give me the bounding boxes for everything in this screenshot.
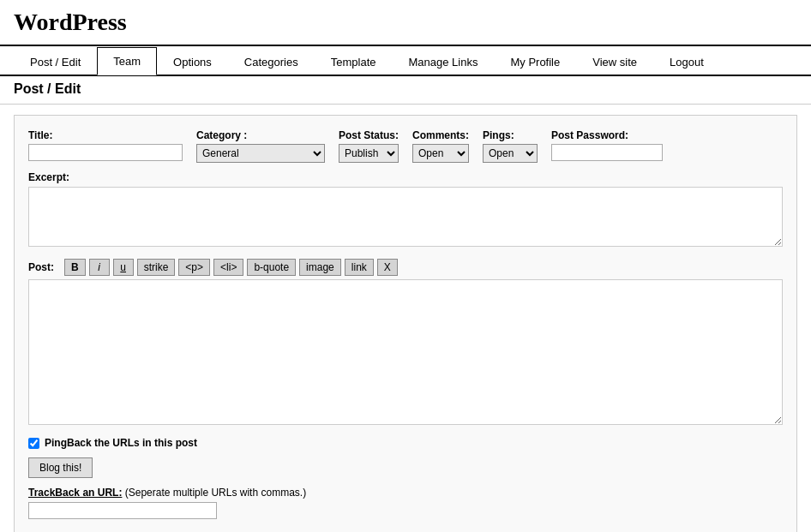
title-input[interactable] xyxy=(28,144,183,161)
category-group: Category : General Uncategorized xyxy=(196,129,325,163)
post-edit-form: Title: Category : General Uncategorized … xyxy=(14,115,797,532)
nav-manage-links[interactable]: Manage Links xyxy=(392,48,494,75)
pingback-checkbox[interactable] xyxy=(28,438,39,449)
blog-this-container: Blog this! xyxy=(28,457,783,487)
post-status-label: Post Status: xyxy=(339,129,399,141)
toolbar-strike-btn[interactable]: strike xyxy=(137,259,176,276)
nav-team[interactable]: Team xyxy=(97,47,157,75)
trackback-note: (Seperate multiple URLs with commas.) xyxy=(125,487,306,499)
post-textarea[interactable] xyxy=(28,279,783,425)
toolbar-x-btn[interactable]: X xyxy=(377,259,398,276)
post-status-group: Post Status: Publish Draft Private xyxy=(339,129,399,163)
toolbar-bold-btn[interactable]: B xyxy=(64,259,86,276)
form-row1: Title: Category : General Uncategorized … xyxy=(28,129,783,163)
trackback-row: TrackBack an URL: (Seperate multiple URL… xyxy=(28,487,783,519)
page-title: Post / Edit xyxy=(14,81,797,97)
nav-view-site[interactable]: View site xyxy=(576,48,653,75)
excerpt-textarea[interactable] xyxy=(28,187,783,247)
nav: Post / Edit Team Options Categories Temp… xyxy=(0,46,811,76)
header: WordPress xyxy=(0,0,811,46)
blog-this-button[interactable]: Blog this! xyxy=(28,457,93,478)
toolbar-bquote-btn[interactable]: b-quote xyxy=(247,259,296,276)
post-password-group: Post Password: xyxy=(551,129,663,161)
comments-group: Comments: Open Closed xyxy=(412,129,469,163)
page-title-bar: Post / Edit xyxy=(0,76,811,105)
main-content: Title: Category : General Uncategorized … xyxy=(0,105,811,532)
toolbar-p-btn[interactable]: <p> xyxy=(178,259,210,276)
pingback-row: PingBack the URLs in this post xyxy=(28,437,783,449)
toolbar-link-btn[interactable]: link xyxy=(345,259,374,276)
nav-post-edit[interactable]: Post / Edit xyxy=(14,48,97,75)
category-select[interactable]: General Uncategorized xyxy=(196,144,325,163)
post-section: Post: B i u strike <p> <li> b-quote imag… xyxy=(28,259,783,428)
post-toolbar: Post: B i u strike <p> <li> b-quote imag… xyxy=(28,259,783,276)
post-password-label: Post Password: xyxy=(551,129,663,141)
nav-options[interactable]: Options xyxy=(157,48,228,75)
trackback-label: TrackBack an URL: xyxy=(28,487,122,499)
excerpt-label: Excerpt: xyxy=(28,171,783,183)
post-label: Post: xyxy=(28,261,54,273)
pings-select[interactable]: Open Closed xyxy=(483,144,538,163)
site-title: WordPress xyxy=(14,9,797,36)
pingback-label: PingBack the URLs in this post xyxy=(45,437,197,449)
pings-label: Pings: xyxy=(483,129,538,141)
comments-label: Comments: xyxy=(412,129,469,141)
nav-template[interactable]: Template xyxy=(315,48,393,75)
title-group: Title: xyxy=(28,129,183,161)
post-status-select[interactable]: Publish Draft Private xyxy=(339,144,399,163)
nav-my-profile[interactable]: My Profile xyxy=(494,48,576,75)
post-password-input[interactable] xyxy=(551,144,663,161)
toolbar-underline-btn[interactable]: u xyxy=(113,259,134,276)
trackback-input[interactable] xyxy=(28,502,217,519)
excerpt-section: Excerpt: xyxy=(28,171,783,250)
toolbar-li-btn[interactable]: <li> xyxy=(213,259,243,276)
comments-select[interactable]: Open Closed xyxy=(412,144,469,163)
pings-group: Pings: Open Closed xyxy=(483,129,538,163)
category-label: Category : xyxy=(196,129,325,141)
toolbar-image-btn[interactable]: image xyxy=(299,259,341,276)
title-label: Title: xyxy=(28,129,183,141)
toolbar-italic-btn[interactable]: i xyxy=(89,259,110,276)
nav-categories[interactable]: Categories xyxy=(228,48,315,75)
nav-logout[interactable]: Logout xyxy=(653,48,720,75)
